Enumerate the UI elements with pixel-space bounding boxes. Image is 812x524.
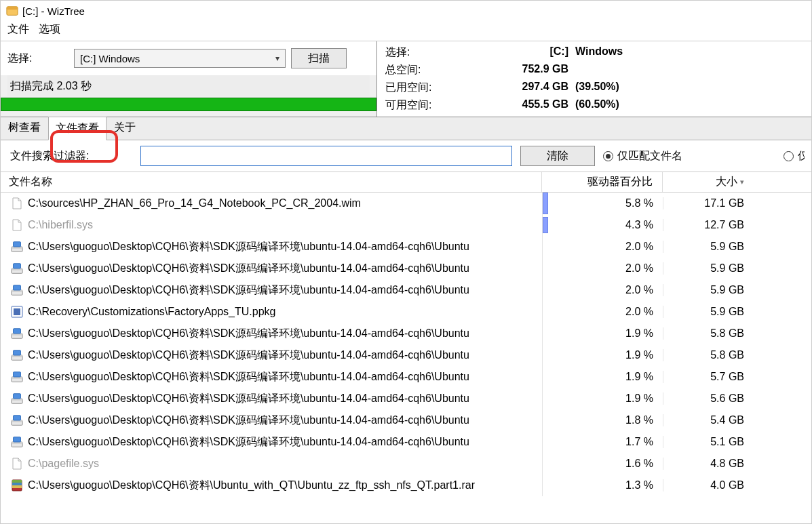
size-value: 4.8 GB xyxy=(663,458,756,470)
table-row[interactable]: C:\Users\guoguo\Desktop\CQH6\资料\SDK源码编译环… xyxy=(1,258,811,279)
file-icon xyxy=(10,218,24,232)
file-icon xyxy=(10,197,24,210)
svg-rect-7 xyxy=(14,264,21,268)
info-free: 455.5 GB xyxy=(494,98,568,113)
pct-value: 1.9 % xyxy=(552,392,663,405)
table-row[interactable]: C:\Users\guoguo\Desktop\CQH6\资料\SDK源码编译环… xyxy=(1,344,811,366)
drive-combobox-value: [C:] Windows xyxy=(80,53,140,64)
tab-bar: 树查看 文件查看 关于 xyxy=(1,117,811,140)
col-header-size[interactable]: 大小 ▾ xyxy=(663,175,756,189)
file-rows: C:\sources\HP_ZHAN_66_Pro_14_G4_Notebook… xyxy=(1,193,811,496)
pct-bar xyxy=(543,193,548,214)
upper-panel: 选择: [C:] Windows ▾ 扫描 扫描完成 2.03 秒 选择: [C… xyxy=(1,41,811,117)
svg-rect-24 xyxy=(14,394,21,399)
menu-file[interactable]: 文件 xyxy=(7,22,29,37)
file-path: C:\Users\guoguo\Desktop\CQH6\资料\SDK源码编译环… xyxy=(28,283,469,298)
size-value: 5.8 GB xyxy=(663,349,756,361)
info-free-pct: (60.50%) xyxy=(568,98,650,113)
menu-options[interactable]: 选项 xyxy=(39,22,60,37)
info-used-label: 已用空间: xyxy=(385,81,494,95)
match-filename-radio[interactable]: 仅匹配文件名 xyxy=(603,149,682,163)
pct-value: 2.0 % xyxy=(552,241,663,253)
drive-select-label: 选择: xyxy=(7,52,69,66)
radio-icon xyxy=(603,151,613,161)
table-row[interactable]: C:\sources\HP_ZHAN_66_Pro_14_G4_Notebook… xyxy=(1,193,811,214)
scan-progress-bar xyxy=(1,98,376,111)
info-total-label: 总空间: xyxy=(385,63,494,77)
file-path: C:\Users\guoguo\Desktop\CQH6\资料\Ubuntu_w… xyxy=(28,479,475,493)
pct-value: 1.7 % xyxy=(552,436,663,448)
pct-value: 1.8 % xyxy=(552,414,663,426)
pct-value: 2.0 % xyxy=(552,284,663,296)
disk-icon xyxy=(10,348,24,362)
radio-icon xyxy=(784,151,794,161)
tab-file-view[interactable]: 文件查看 xyxy=(48,117,107,140)
info-drive-name: Windows xyxy=(568,45,650,60)
file-path: C:\Users\guoguo\Desktop\CQH6\资料\SDK源码编译环… xyxy=(28,240,469,254)
table-row[interactable]: C:\Users\guoguo\Desktop\CQH6\资料\SDK源码编译环… xyxy=(1,431,811,453)
filter-label: 文件搜索过滤器: xyxy=(10,149,132,163)
svg-rect-33 xyxy=(12,483,22,485)
svg-rect-1 xyxy=(7,7,18,9)
scan-status: 扫描完成 2.03 秒 xyxy=(7,75,370,96)
menubar: 文件 选项 xyxy=(1,20,811,41)
size-value: 5.4 GB xyxy=(663,414,756,426)
table-row[interactable]: C:\Users\guoguo\Desktop\CQH6\资料\SDK源码编译环… xyxy=(1,409,811,431)
col-header-name[interactable]: 文件名称 xyxy=(1,172,542,192)
disk-icon xyxy=(10,370,24,384)
table-header: 文件名称 驱动器百分比 大小 ▾ xyxy=(1,172,811,193)
file-path: C:\Users\guoguo\Desktop\CQH6\资料\SDK源码编译环… xyxy=(28,392,469,406)
ppkg-icon xyxy=(10,305,24,319)
filter-input[interactable] xyxy=(140,146,512,166)
disk-icon xyxy=(10,392,24,405)
table-row[interactable]: C:\hiberfil.sys4.3 %12.7 GB xyxy=(1,214,811,236)
pct-value: 1.9 % xyxy=(552,371,663,383)
pct-bar xyxy=(543,217,548,233)
file-path: C:\Users\guoguo\Desktop\CQH6\资料\SDK源码编译环… xyxy=(28,327,469,341)
file-path: C:\Users\guoguo\Desktop\CQH6\资料\SDK源码编译环… xyxy=(28,414,469,428)
disk-icon xyxy=(10,327,24,340)
disk-icon xyxy=(10,283,24,297)
size-value: 17.1 GB xyxy=(663,197,756,209)
pct-value: 1.9 % xyxy=(552,327,663,340)
second-radio-label: 仅 xyxy=(798,149,805,163)
table-row[interactable]: C:\Users\guoguo\Desktop\CQH6\资料\SDK源码编译环… xyxy=(1,323,811,344)
col-header-pct[interactable]: 驱动器百分比 xyxy=(542,172,663,192)
app-icon xyxy=(6,5,18,16)
table-row[interactable]: C:\Users\guoguo\Desktop\CQH6\资料\Ubuntu_w… xyxy=(1,475,811,496)
second-radio[interactable]: 仅 xyxy=(784,149,805,163)
disk-icon xyxy=(10,414,24,427)
clear-button[interactable]: 清除 xyxy=(520,146,595,166)
file-icon xyxy=(10,457,24,470)
file-path: C:\Recovery\Customizations\FactoryApps_T… xyxy=(28,306,275,318)
pct-value: 1.9 % xyxy=(552,349,663,361)
table-row[interactable]: C:\Recovery\Customizations\FactoryApps_T… xyxy=(1,301,811,323)
info-select-label: 选择: xyxy=(385,45,494,60)
table-row[interactable]: C:\Users\guoguo\Desktop\CQH6\资料\SDK源码编译环… xyxy=(1,279,811,301)
scan-button[interactable]: 扫描 xyxy=(291,48,347,68)
info-used-pct: (39.50%) xyxy=(568,81,650,95)
tab-about[interactable]: 关于 xyxy=(107,116,143,140)
filter-bar: 文件搜索过滤器: 清除 仅匹配文件名 仅 xyxy=(1,140,811,172)
svg-rect-18 xyxy=(14,350,21,355)
svg-rect-4 xyxy=(14,242,21,247)
file-path: C:\hiberfil.sys xyxy=(28,219,93,231)
table-row[interactable]: C:\Users\guoguo\Desktop\CQH6\资料\SDK源码编译环… xyxy=(1,366,811,388)
size-value: 5.9 GB xyxy=(663,284,756,296)
chevron-down-icon: ▾ xyxy=(275,54,279,63)
file-path: C:\Users\guoguo\Desktop\CQH6\资料\SDK源码编译环… xyxy=(28,370,469,384)
table-row[interactable]: C:\Users\guoguo\Desktop\CQH6\资料\SDK源码编译环… xyxy=(1,388,811,409)
file-path: C:\sources\HP_ZHAN_66_Pro_14_G4_Notebook… xyxy=(28,197,361,209)
info-total: 752.9 GB xyxy=(494,63,568,77)
disk-icon xyxy=(10,262,24,275)
drive-combobox[interactable]: [C:] Windows ▾ xyxy=(74,49,286,68)
table-row[interactable]: C:\pagefile.sys1.6 %4.8 GB xyxy=(1,453,811,475)
size-value: 5.9 GB xyxy=(663,241,756,253)
svg-rect-21 xyxy=(14,372,21,377)
table-row[interactable]: C:\Users\guoguo\Desktop\CQH6\资料\SDK源码编译环… xyxy=(1,236,811,258)
info-free-label: 可用空间: xyxy=(385,98,494,113)
file-path: C:\pagefile.sys xyxy=(28,458,99,470)
tab-tree-view[interactable]: 树查看 xyxy=(1,116,48,140)
size-value: 4.0 GB xyxy=(663,479,756,491)
match-filename-label: 仅匹配文件名 xyxy=(617,149,682,163)
